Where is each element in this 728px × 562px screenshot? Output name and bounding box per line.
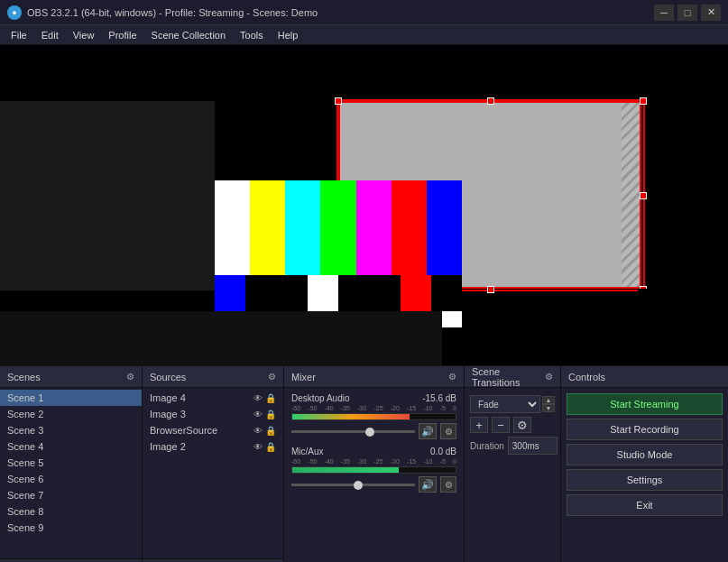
mixer-panel-icon[interactable]: ⚙ (448, 372, 456, 382)
menu-file[interactable]: File (4, 25, 34, 45)
mixer-panel-title: Mixer (291, 372, 316, 382)
title-text: OBS 23.2.1 (64-bit, windows) - Profile: … (27, 7, 654, 18)
start-recording-button[interactable]: Start Recording (567, 419, 723, 440)
desktop-audio-level: -15.6 dB (422, 393, 456, 403)
panels-container: Scenes ⚙ Scene 1 Scene 2 Scene 3 Scene 4… (0, 365, 728, 562)
lock-icon[interactable]: 🔒 (265, 393, 276, 403)
mic-aux-label: Mic/Aux 0.0 dB (291, 447, 456, 456)
close-button[interactable]: ✕ (701, 5, 721, 21)
add-transition-button[interactable]: + (470, 417, 488, 433)
sources-panel-icon[interactable]: ⚙ (268, 372, 276, 382)
transition-spin-up[interactable]: ▲ (542, 396, 555, 404)
mic-aux-controls: 🔊 ⚙ (291, 476, 456, 493)
desktop-audio-settings[interactable]: ⚙ (440, 423, 456, 439)
menu-profile[interactable]: Profile (101, 25, 143, 45)
sources-list: Image 4 👁 🔒 Image 3 👁 🔒 BrowserSource 👁 … (143, 388, 283, 558)
duration-label: Duration (470, 441, 504, 451)
start-streaming-button[interactable]: Start Streaming (567, 393, 723, 415)
desktop-audio-name: Desktop Audio (291, 393, 350, 403)
minimize-button[interactable]: ─ (654, 5, 674, 21)
lock-icon[interactable]: 🔒 (265, 442, 276, 452)
transitions-panel-header: Scene Transitions ⚙ (465, 366, 560, 388)
scenes-list: Scene 1 Scene 2 Scene 3 Scene 4 Scene 5 … (0, 388, 142, 558)
sources-panel: Sources ⚙ Image 4 👁 🔒 Image 3 👁 🔒 Browse… (143, 366, 284, 562)
scenes-panel: Scenes ⚙ Scene 1 Scene 2 Scene 3 Scene 4… (0, 366, 143, 562)
settings-button[interactable]: Settings (567, 469, 723, 491)
controls-panel-title: Controls (568, 372, 605, 382)
scene-item[interactable]: Scene 1 (0, 390, 142, 406)
test-pattern (215, 180, 462, 311)
remove-transition-button[interactable]: − (492, 417, 510, 433)
transition-spin-down[interactable]: ▼ (542, 404, 555, 412)
source-item[interactable]: BrowserSource 👁 🔒 (143, 422, 283, 438)
desktop-audio-fill (292, 414, 410, 419)
exit-button[interactable]: Exit (567, 494, 723, 516)
source-item[interactable]: Image 4 👁 🔒 (143, 390, 283, 406)
visibility-icon[interactable]: 👁 (253, 426, 263, 436)
controls-panel: Controls Start Streaming Start Recording… (561, 366, 728, 562)
lock-icon[interactable]: 🔒 (265, 426, 276, 436)
scene-item[interactable]: Scene 4 (0, 438, 142, 455)
scenes-panel-title: Scenes (7, 372, 41, 382)
mic-aux-thumb[interactable] (354, 481, 363, 490)
desktop-audio-channel: Desktop Audio -15.6 dB -60-50-40-35-30-2… (284, 390, 464, 443)
transitions-content: Fade Cut Swipe Slide ▲ ▼ + − ⚙ Duration (465, 388, 560, 562)
desktop-audio-controls: 🔊 ⚙ (291, 423, 456, 439)
mic-aux-settings[interactable]: ⚙ (440, 476, 456, 493)
source-item[interactable]: Image 3 👁 🔒 (143, 406, 283, 422)
preview-area (0, 45, 728, 365)
menu-help[interactable]: Help (271, 25, 306, 45)
scene-item[interactable]: Scene 9 (0, 520, 142, 536)
scene-item[interactable]: Scene 8 (0, 503, 142, 520)
desktop-audio-ticks: -60-50-40-35-30-25-20-15-10-50 (291, 405, 456, 411)
menu-scene-collection[interactable]: Scene Collection (144, 25, 234, 45)
window-controls: ─ □ ✕ (654, 5, 721, 21)
desktop-audio-thumb[interactable] (365, 428, 374, 437)
desktop-audio-label: Desktop Audio -15.6 dB (291, 393, 456, 403)
controls-content: Start Streaming Start Recording Studio M… (561, 388, 728, 562)
duration-input[interactable] (508, 437, 558, 455)
studio-mode-button[interactable]: Studio Mode (567, 444, 723, 465)
dark-bottom-right (638, 289, 728, 365)
scene-item[interactable]: Scene 2 (0, 406, 142, 422)
desktop-audio-bar (291, 413, 456, 420)
menu-tools[interactable]: Tools (233, 25, 271, 45)
menu-edit[interactable]: Edit (34, 25, 66, 45)
menu-view[interactable]: View (66, 25, 102, 45)
mic-aux-channel: Mic/Aux 0.0 dB -60-50-40-35-30-25-20-15-… (284, 443, 464, 496)
visibility-icon[interactable]: 👁 (253, 442, 263, 452)
sources-footer: + − ⚙ ∧ ∨ (143, 558, 283, 562)
visibility-icon[interactable]: 👁 (253, 410, 263, 419)
transitions-panel: Scene Transitions ⚙ Fade Cut Swipe Slide… (465, 366, 561, 562)
mic-aux-level: 0.0 dB (430, 447, 456, 456)
mic-aux-ticks: -60-50-40-35-30-25-20-15-10-50 (291, 458, 456, 465)
lock-icon[interactable]: 🔒 (265, 410, 276, 419)
mic-aux-mute[interactable]: 🔊 (419, 476, 437, 493)
scenes-panel-icon[interactable]: ⚙ (126, 372, 134, 382)
transitions-panel-title: Scene Transitions (472, 366, 545, 388)
scenes-panel-header: Scenes ⚙ (0, 366, 142, 388)
sources-panel-title: Sources (150, 372, 186, 382)
transition-dropdown[interactable]: Fade Cut Swipe Slide (470, 395, 540, 413)
desktop-audio-mute[interactable]: 🔊 (419, 423, 437, 439)
menubar: File Edit View Profile Scene Collection … (0, 25, 728, 45)
transition-settings-button[interactable]: ⚙ (513, 417, 531, 433)
sources-panel-header: Sources ⚙ (143, 366, 283, 388)
mixer-panel-header: Mixer ⚙ (284, 366, 464, 388)
desktop-audio-slider[interactable] (291, 430, 415, 433)
mic-aux-slider[interactable] (291, 484, 415, 486)
maximize-button[interactable]: □ (677, 5, 697, 21)
source-item[interactable]: Image 2 👁 🔒 (143, 438, 283, 455)
source-name: Image 4 (150, 392, 186, 403)
transitions-panel-icon[interactable]: ⚙ (545, 372, 553, 382)
dark-bottom-left (0, 311, 442, 365)
scene-item[interactable]: Scene 5 (0, 455, 142, 471)
scene-item[interactable]: Scene 7 (0, 487, 142, 503)
titlebar: ● OBS 23.2.1 (64-bit, windows) - Profile… (0, 0, 728, 25)
scene-item[interactable]: Scene 3 (0, 422, 142, 438)
mic-aux-fill (292, 467, 399, 473)
source-name: BrowserSource (150, 425, 217, 436)
visibility-icon[interactable]: 👁 (253, 393, 263, 403)
scene-item[interactable]: Scene 6 (0, 471, 142, 487)
controls-panel-header: Controls (561, 366, 728, 388)
